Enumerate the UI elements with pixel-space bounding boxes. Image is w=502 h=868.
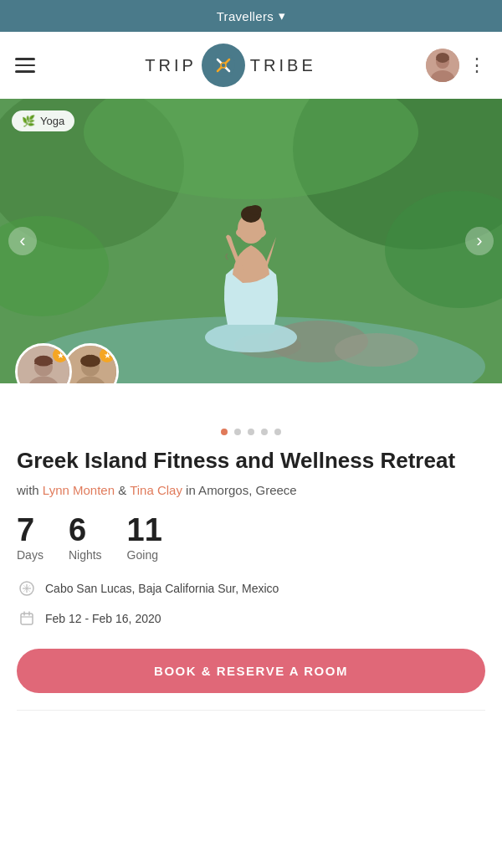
svg-point-18: [205, 322, 297, 352]
dates-text: Feb 12 - Feb 16, 2020: [45, 612, 161, 625]
svg-point-16: [335, 333, 418, 367]
hero-background: [0, 99, 502, 383]
dot-4[interactable]: [261, 429, 268, 435]
svg-rect-36: [21, 614, 33, 624]
hamburger-line-3: [15, 70, 35, 73]
dot-2[interactable]: [234, 429, 241, 435]
location-text: Cabo San Lucas, Baja California Sur, Mex…: [45, 582, 279, 595]
going-number: 11: [127, 514, 162, 546]
hero-image: 🌿 Yoga ‹ › ★ ★: [0, 99, 502, 383]
host1-link[interactable]: Lynn Monten: [43, 483, 115, 497]
top-bar[interactable]: Travellers ▾: [0, 0, 502, 32]
svg-point-3: [221, 63, 226, 68]
hamburger-line-1: [15, 58, 35, 60]
dot-3[interactable]: [248, 429, 254, 435]
book-button[interactable]: BOOK & RESERVE A ROOM: [17, 649, 485, 693]
top-bar-label: Travellers: [217, 9, 274, 23]
logo[interactable]: TRIP TRIBE: [145, 44, 315, 87]
subtitle-mid: &: [118, 483, 126, 497]
location-icon: [17, 578, 37, 598]
header-right: ⋮: [426, 49, 487, 82]
host-avatar-1[interactable]: ★: [15, 343, 72, 383]
dates-row: Feb 12 - Feb 16, 2020: [17, 609, 485, 629]
content: Greek Island Fitness and Wellness Retrea…: [0, 435, 502, 629]
logo-left: TRIP: [145, 56, 197, 75]
host2-star: ★: [100, 347, 115, 362]
hero-next-button[interactable]: ›: [465, 227, 494, 255]
svg-point-30: [80, 355, 100, 367]
trip-stats: 7 Days 6 Nights 11 Going: [17, 514, 485, 562]
subtitle-prefix: with: [17, 483, 39, 497]
nights-number: 6: [69, 514, 102, 546]
avatar[interactable]: [426, 49, 459, 82]
hamburger-line-2: [15, 64, 35, 67]
bottom-divider: [17, 710, 485, 711]
stat-going: 11 Going: [127, 514, 162, 562]
trip-subtitle: with Lynn Monten & Tina Clay in Amorgos,…: [17, 483, 485, 497]
yoga-badge-label: Yoga: [40, 115, 64, 127]
stat-nights: 6 Nights: [69, 514, 102, 562]
top-bar-chevron: ▾: [279, 8, 285, 23]
nights-label: Nights: [69, 548, 102, 562]
calendar-icon: [17, 609, 37, 629]
yoga-badge-icon: 🌿: [22, 115, 35, 127]
days-label: Days: [17, 548, 44, 562]
logo-circle: [202, 44, 245, 87]
more-options-button[interactable]: ⋮: [468, 56, 487, 74]
subtitle-suffix: in Amorgos, Greece: [186, 483, 297, 497]
trip-title: Greek Island Fitness and Wellness Retrea…: [17, 447, 485, 475]
going-label: Going: [127, 548, 162, 562]
host2-link[interactable]: Tina Clay: [130, 483, 182, 497]
svg-point-22: [248, 205, 262, 215]
svg-point-26: [34, 356, 53, 367]
hamburger-menu[interactable]: [15, 58, 35, 73]
stat-days: 7 Days: [17, 514, 44, 562]
logo-right: TRIBE: [250, 56, 316, 75]
carousel-dots: [0, 420, 502, 435]
location-row: Cabo San Lucas, Baja California Sur, Mex…: [17, 578, 485, 598]
days-number: 7: [17, 514, 44, 546]
hero-prev-button[interactable]: ‹: [8, 227, 37, 255]
yoga-badge: 🌿 Yoga: [12, 110, 74, 131]
host1-star: ★: [53, 347, 68, 362]
host-avatars: ★ ★: [15, 343, 109, 383]
dot-1[interactable]: [221, 429, 228, 435]
dot-5[interactable]: [274, 429, 281, 435]
header: TRIP TRIBE ⋮: [0, 32, 502, 99]
